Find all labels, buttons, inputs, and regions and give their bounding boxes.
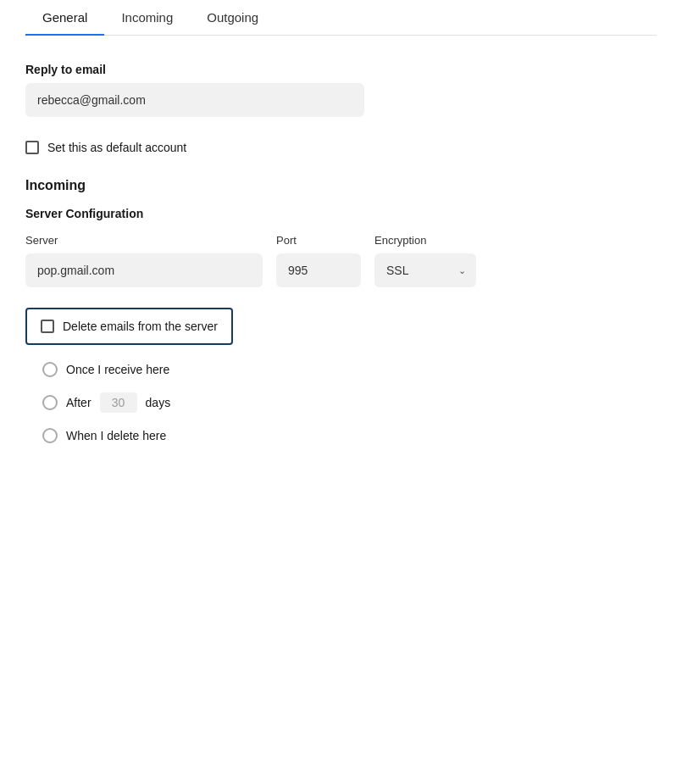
server-config-title: Server Configuration bbox=[25, 207, 657, 220]
port-col: Port bbox=[276, 234, 361, 287]
radio-once-receive-label: Once I receive here bbox=[66, 363, 169, 376]
delete-emails-label: Delete emails from the server bbox=[63, 320, 218, 333]
radio-after-label: After bbox=[66, 396, 91, 409]
encryption-col-label: Encryption bbox=[374, 234, 476, 247]
radio-when-delete-btn[interactable] bbox=[42, 428, 58, 443]
reply-to-email-input[interactable] bbox=[25, 83, 364, 117]
radio-after-days: After days bbox=[42, 392, 657, 413]
radio-after-days-btn[interactable] bbox=[42, 395, 58, 410]
incoming-title: Incoming bbox=[25, 178, 657, 193]
radio-once-receive-btn[interactable] bbox=[42, 362, 58, 377]
port-input[interactable] bbox=[276, 253, 361, 287]
radio-options: Once I receive here After days When I de… bbox=[25, 362, 657, 443]
days-label: days bbox=[146, 396, 171, 409]
server-col: Server bbox=[25, 234, 263, 287]
incoming-section: Incoming Server Configuration Server Por… bbox=[25, 178, 657, 443]
encryption-wrapper: SSL TLS None ⌄ bbox=[374, 253, 476, 287]
radio-when-delete-label: When I delete here bbox=[66, 429, 166, 442]
settings-container: General Incoming Outgoing Reply to email… bbox=[0, 0, 682, 443]
default-account-label: Set this as default account bbox=[47, 141, 186, 154]
radio-when-delete: When I delete here bbox=[42, 428, 657, 443]
reply-to-email-label: Reply to email bbox=[25, 63, 657, 76]
server-grid: Server Port Encryption SSL TLS None ⌄ bbox=[25, 234, 657, 287]
tab-incoming[interactable]: Incoming bbox=[104, 0, 190, 35]
server-input[interactable] bbox=[25, 253, 263, 287]
radio-once-receive: Once I receive here bbox=[42, 362, 657, 377]
encryption-col: Encryption SSL TLS None ⌄ bbox=[374, 234, 476, 287]
tab-outgoing[interactable]: Outgoing bbox=[190, 0, 275, 35]
encryption-select[interactable]: SSL TLS None bbox=[374, 253, 476, 287]
port-col-label: Port bbox=[276, 234, 361, 247]
reply-to-email-section: Reply to email bbox=[25, 63, 657, 117]
delete-emails-checkbox[interactable] bbox=[41, 320, 54, 333]
tab-bar: General Incoming Outgoing bbox=[25, 0, 657, 36]
days-input[interactable] bbox=[100, 392, 137, 413]
default-account-row: Set this as default account bbox=[25, 141, 657, 154]
delete-emails-section: Delete emails from the server bbox=[25, 308, 233, 345]
default-account-checkbox[interactable] bbox=[25, 141, 39, 154]
tab-general[interactable]: General bbox=[25, 0, 104, 35]
server-col-label: Server bbox=[25, 234, 263, 247]
